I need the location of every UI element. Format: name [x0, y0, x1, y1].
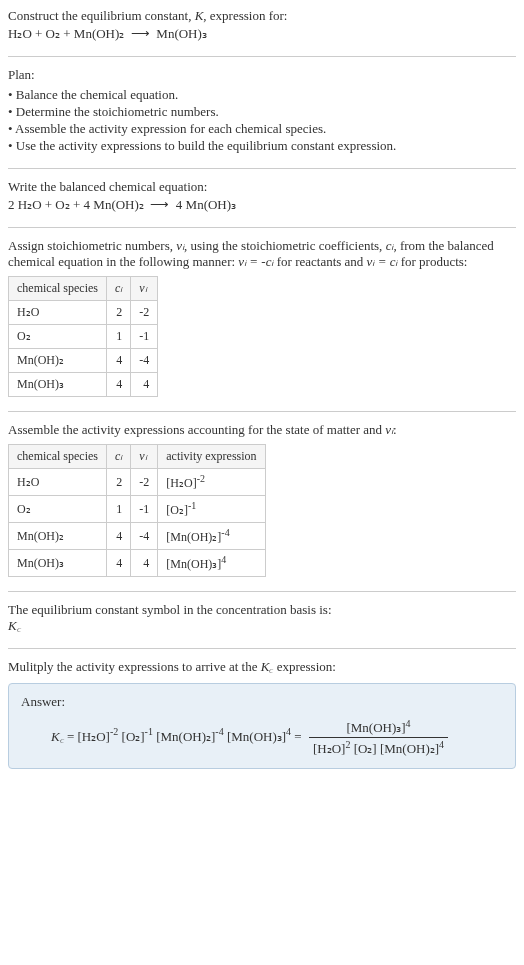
v-cell: 4 [131, 550, 158, 577]
v-cell: 4 [131, 373, 158, 397]
balanced-arrow: ⟶ [150, 197, 169, 212]
intro-eq-left: H₂O + O₂ + Mn(OH)₂ [8, 26, 124, 41]
species-cell: H₂O [9, 301, 107, 325]
plan-item: • Balance the chemical equation. [8, 87, 516, 103]
expr-cell: [O₂]-1 [158, 496, 265, 523]
multiply-section: Mulitply the activity expressions to arr… [8, 659, 516, 769]
divider [8, 648, 516, 649]
stoich-nu: νᵢ [176, 238, 184, 253]
plan-list: • Balance the chemical equation. • Deter… [8, 87, 516, 154]
answer-label: Answer: [21, 694, 503, 710]
stoich-rel: νᵢ = cᵢ [367, 254, 398, 269]
table-row: O₂1-1 [9, 325, 158, 349]
answer-kc: K꜀ [51, 729, 64, 744]
c-cell: 4 [106, 523, 130, 550]
c-cell: 2 [106, 469, 130, 496]
activity-intro: Assemble the activity expressions accoun… [8, 422, 516, 438]
activity-section: Assemble the activity expressions accoun… [8, 422, 516, 577]
answer-term-base: [O₂] [122, 729, 145, 744]
table-row: H₂O2-2 [9, 301, 158, 325]
table-row: Mn(OH)₂4-4 [9, 349, 158, 373]
intro-part1: Construct the equilibrium constant, [8, 8, 195, 23]
basis-text: The equilibrium constant symbol in the c… [8, 602, 516, 618]
balanced-eq-right: 4 Mn(OH)₃ [176, 197, 236, 212]
expr-exp: 4 [221, 554, 226, 565]
stoich-intro-text: Assign stoichiometric numbers, [8, 238, 176, 253]
num-base: [Mn(OH)₃] [346, 720, 405, 735]
plan-item: • Use the activity expressions to build … [8, 138, 516, 154]
v-cell: -2 [131, 301, 158, 325]
answer-equation: K꜀ = [H₂O]-2 [O₂]-1 [Mn(OH)₂]-4 [Mn(OH)₃… [51, 718, 503, 758]
species-cell: Mn(OH)₂ [9, 349, 107, 373]
expr-base: [O₂] [166, 503, 188, 517]
species-cell: O₂ [9, 496, 107, 523]
table-row: H₂O2-2[H₂O]-2 [9, 469, 266, 496]
plan-title: Plan: [8, 67, 516, 83]
balanced-eq-left: 2 H₂O + O₂ + 4 Mn(OH)₂ [8, 197, 144, 212]
v-cell: -4 [131, 349, 158, 373]
plan-item: • Assemble the activity expression for e… [8, 121, 516, 137]
fraction-denominator: [H₂O]2 [O₂] [Mn(OH)₂]4 [309, 738, 448, 757]
v-cell: -1 [131, 496, 158, 523]
table-header: νᵢ [131, 445, 158, 469]
multiply-kc: K꜀ [261, 659, 274, 674]
v-cell: -4 [131, 523, 158, 550]
c-cell: 2 [106, 301, 130, 325]
balanced-equation: 2 H₂O + O₂ + 4 Mn(OH)₂ ⟶ 4 Mn(OH)₃ [8, 197, 516, 213]
den-base: [Mn(OH)₂] [380, 742, 439, 757]
multiply-part1: Mulitply the activity expressions to arr… [8, 659, 261, 674]
expr-exp: -2 [197, 473, 205, 484]
answer-term-base: [Mn(OH)₃] [227, 729, 286, 744]
table-row: Mn(OH)₃44 [9, 373, 158, 397]
species-cell: Mn(OH)₃ [9, 373, 107, 397]
answer-box: Answer: K꜀ = [H₂O]-2 [O₂]-1 [Mn(OH)₂]-4 … [8, 683, 516, 769]
v-cell: -2 [131, 469, 158, 496]
c-cell: 4 [106, 349, 130, 373]
stoich-rel: νᵢ = -cᵢ [238, 254, 273, 269]
intro-text: Construct the equilibrium constant, K, e… [8, 8, 516, 24]
den-exp: 4 [439, 739, 444, 750]
table-row: Mn(OH)₃44[Mn(OH)₃]4 [9, 550, 266, 577]
num-exp: 4 [406, 718, 411, 729]
answer-eq2: = [291, 729, 305, 744]
fraction-numerator: [Mn(OH)₃]4 [309, 718, 448, 738]
expr-base: [Mn(OH)₃] [166, 557, 221, 571]
basis-section: The equilibrium constant symbol in the c… [8, 602, 516, 634]
stoich-table: chemical species cᵢ νᵢ H₂O2-2 O₂1-1 Mn(O… [8, 276, 158, 397]
divider [8, 227, 516, 228]
stoich-section: Assign stoichiometric numbers, νᵢ, using… [8, 238, 516, 397]
divider [8, 56, 516, 57]
expr-cell: [Mn(OH)₂]-4 [158, 523, 265, 550]
answer-term-base: [H₂O] [78, 729, 110, 744]
v-cell: -1 [131, 325, 158, 349]
balanced-title: Write the balanced chemical equation: [8, 179, 516, 195]
divider [8, 168, 516, 169]
activity-table: chemical species cᵢ νᵢ activity expressi… [8, 444, 266, 577]
intro-equation: H₂O + O₂ + Mn(OH)₂ ⟶ Mn(OH)₃ [8, 26, 516, 42]
expr-exp: -1 [188, 500, 196, 511]
stoich-intro-text: , using the stoichiometric coefficients, [184, 238, 386, 253]
table-row: Mn(OH)₂4-4[Mn(OH)₂]-4 [9, 523, 266, 550]
intro-section: Construct the equilibrium constant, K, e… [8, 8, 516, 42]
basis-symbol: K꜀ [8, 618, 516, 634]
intro-part2: , expression for: [203, 8, 287, 23]
table-header: activity expression [158, 445, 265, 469]
table-header-row: chemical species cᵢ νᵢ activity expressi… [9, 445, 266, 469]
expr-cell: [Mn(OH)₃]4 [158, 550, 265, 577]
c-cell: 4 [106, 550, 130, 577]
c-cell: 1 [106, 325, 130, 349]
activity-nu: νᵢ [385, 422, 393, 437]
species-cell: Mn(OH)₃ [9, 550, 107, 577]
multiply-text: Mulitply the activity expressions to arr… [8, 659, 516, 675]
table-header: cᵢ [106, 277, 130, 301]
expr-base: [Mn(OH)₂] [166, 530, 221, 544]
species-cell: O₂ [9, 325, 107, 349]
divider [8, 591, 516, 592]
answer-fraction: [Mn(OH)₃]4[H₂O]2 [O₂] [Mn(OH)₂]4 [309, 718, 448, 758]
table-row: O₂1-1[O₂]-1 [9, 496, 266, 523]
balanced-section: Write the balanced chemical equation: 2 … [8, 179, 516, 213]
answer-term-exp: -4 [215, 726, 223, 737]
stoich-intro-text: for reactants and [273, 254, 366, 269]
c-cell: 1 [106, 496, 130, 523]
answer-eq: = [64, 729, 78, 744]
